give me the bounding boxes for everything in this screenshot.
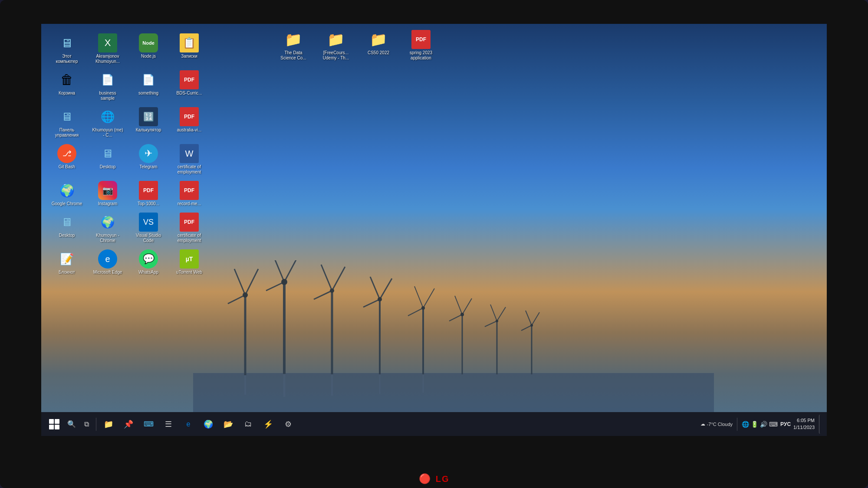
icon-australia-label: australia-vi... (177, 128, 202, 133)
icon-nodejs[interactable]: Node Node.js (131, 32, 166, 66)
taskbar-app-lightning[interactable]: ⚡ (259, 415, 278, 434)
taskbar: 🔍 ⧉ 📁 📌 ⌨ ☰ e 🌍 (41, 412, 827, 436)
icon-top1000[interactable]: PDF Top-1000... (131, 179, 166, 208)
language-indicator[interactable]: РУС (780, 421, 791, 427)
icon-vscode[interactable]: VS Visual Studio Code (131, 211, 166, 245)
svg-line-3 (245, 269, 258, 295)
network-icon[interactable]: 🌐 (742, 421, 749, 428)
weather-widget[interactable]: ☁ -7°C Cloudy (700, 421, 733, 427)
icon-edge[interactable]: e Microsoft Edge (90, 248, 125, 277)
icon-record-me[interactable]: PDF record-me... (171, 179, 207, 208)
excel-icon: X (98, 33, 117, 52)
icon-cs50[interactable]: 📁 CS50 2022 (361, 28, 396, 62)
icon-whatsapp[interactable]: 💬 WhatsApp (131, 248, 166, 277)
icon-freecourse[interactable]: 📁 [FreeCours... Udemy - Th... (318, 28, 354, 62)
utorrent-icon: µT (180, 249, 199, 269)
icon-record-label: record-me... (178, 201, 201, 206)
whatsapp-icon: 💬 (139, 249, 158, 269)
pdf-icon-top: PDF (139, 181, 158, 200)
pdf-icon-cert2: PDF (180, 213, 199, 232)
files-icon: 📁 (104, 419, 113, 429)
svg-line-8 (284, 260, 298, 282)
taskbar-app-folder2[interactable]: 🗂 (239, 415, 258, 434)
desktop-right-icons: 📁 The Data Science Co... 📁 [FreeCours...… (276, 28, 442, 62)
icon-top1000-label: Top-1000... (138, 201, 159, 206)
icon-recycle[interactable]: 🗑 Корзина (49, 69, 85, 103)
taskbar-divider-1 (96, 418, 96, 431)
keyboard-icon[interactable]: ⌨ (769, 421, 778, 428)
icon-something[interactable]: 📄 something (131, 69, 166, 103)
volume-icon[interactable]: 🔊 (760, 421, 767, 428)
desktop-icon-img: 🖥 (57, 213, 76, 232)
folder-data-science-icon: 📁 (284, 30, 303, 49)
system-tray: ☁ -7°C Cloudy 🌐 🔋 🔊 ⌨ РУС 6:05 PM 1/11/2… (700, 415, 823, 434)
icon-certificate2[interactable]: PDF certificate of employment (171, 211, 207, 245)
svg-point-20 (378, 297, 382, 301)
icon-nodejs-label: Node.js (141, 54, 156, 59)
icon-business-sample[interactable]: 📄 business sample (90, 69, 125, 103)
battery-icon[interactable]: 🔋 (751, 421, 758, 428)
icon-telegram-label: Telegram (139, 164, 157, 170)
icon-data-science[interactable]: 📁 The Data Science Co... (276, 28, 311, 62)
taskbar-app-explorer[interactable]: 📂 (219, 415, 238, 434)
folder-cs50-icon: 📁 (369, 30, 388, 49)
icon-spring2023[interactable]: PDF spring 2023 application (403, 28, 439, 62)
taskbar-settings-button[interactable]: ⚙ (279, 415, 298, 434)
icon-certificate2-label: certificate of employment (173, 233, 205, 243)
chrome-icon: 🌍 (57, 181, 76, 200)
taskbar-app-files[interactable]: 📁 (99, 415, 118, 434)
taskbar-app-chrome[interactable]: 🌍 (199, 415, 218, 434)
svg-point-10 (281, 279, 287, 285)
icon-desktop-shortcut[interactable]: 🖥 Desktop (49, 211, 85, 245)
icon-akramjonov[interactable]: X Akramjonov Khumoyun... (90, 32, 125, 66)
icon-google-chrome[interactable]: 🌍 Google Chrome (49, 179, 85, 208)
pdf-icon-bds: PDF (180, 70, 199, 89)
icon-calculator-label: Калькулятор (136, 128, 161, 133)
icon-desktop2[interactable]: 🖥 Desktop (90, 142, 125, 177)
svg-line-24 (408, 308, 423, 316)
taskbar-app-edge[interactable]: e (179, 415, 198, 434)
svg-line-18 (380, 278, 392, 299)
icon-recycle-label: Корзина (59, 91, 75, 96)
icon-whatsapp-label: WhatsApp (138, 270, 158, 275)
icon-control-panel[interactable]: 🖥 Панель управления (49, 105, 85, 140)
svg-point-30 (460, 313, 464, 316)
icon-certificate1[interactable]: W certificate of employment (171, 142, 207, 177)
taskbar-app-vscode[interactable]: ⌨ (139, 415, 158, 434)
icon-notepad[interactable]: 📝 Блокнот (49, 248, 85, 277)
icon-telegram[interactable]: ✈ Telegram (131, 142, 166, 177)
svg-line-39 (521, 325, 532, 331)
show-desktop-button[interactable] (819, 415, 822, 434)
icon-bds-curric[interactable]: PDF BDS-Curric... (171, 69, 207, 103)
icon-khumoyun-chrome[interactable]: 🌍 Khumoyun - Chrome (90, 211, 125, 245)
icon-this-computer[interactable]: 🖥 Этот компьютер (49, 32, 85, 66)
icon-calculator[interactable]: 🔢 Калькулятор (131, 105, 166, 140)
task-view-button[interactable]: ⧉ (79, 415, 93, 434)
edge-icon: e (98, 249, 117, 269)
start-button[interactable] (45, 415, 64, 434)
icon-akramjonov-label: Akramjonov Khumoyun... (92, 54, 124, 64)
svg-line-7 (273, 260, 284, 282)
taskbar-app-menu[interactable]: ☰ (159, 415, 178, 434)
icon-git-bash[interactable]: ⎇ Git Bash (49, 142, 85, 177)
icon-spring2023-label: spring 2023 application (405, 50, 437, 61)
taskbar-divider-2 (737, 418, 737, 431)
icon-khumoyun-me[interactable]: 🌐 Khumoyun (me) - C... (90, 105, 125, 140)
chrome-shortcut-icon: 🌐 (98, 107, 117, 126)
icon-business-sample-label: business sample (92, 91, 124, 101)
chrome-taskbar-icon: 🌍 (204, 419, 213, 429)
icon-zapiski[interactable]: 📋 Записки (171, 32, 207, 66)
svg-line-28 (462, 298, 472, 314)
instagram-icon: 📷 (98, 181, 117, 200)
lightning-icon: ⚡ (263, 419, 273, 429)
taskbar-app-pin[interactable]: 📌 (119, 415, 138, 434)
icon-instagram[interactable]: 📷 Instagram (90, 179, 125, 208)
search-button[interactable]: 🔍 (65, 415, 79, 434)
svg-point-25 (421, 306, 425, 310)
desktop2-icon: 🖥 (98, 144, 117, 163)
clock-widget[interactable]: 6:05 PM 1/11/2023 (793, 417, 815, 431)
search-icon: 🔍 (67, 420, 76, 428)
svg-line-13 (332, 267, 345, 291)
icon-utorrent[interactable]: µT uTorrent Web (171, 248, 207, 277)
icon-australia[interactable]: PDF australia-vi... (171, 105, 207, 140)
